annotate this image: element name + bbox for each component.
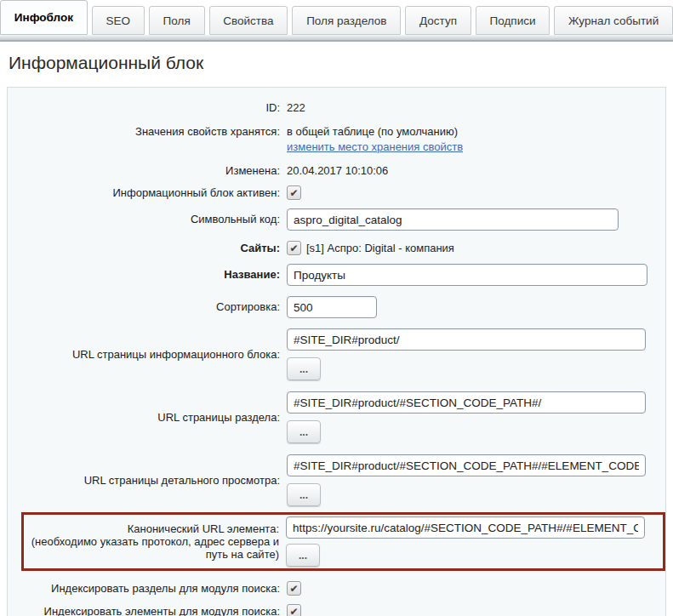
storage-label: Значения свойств хранятся: — [8, 125, 287, 139]
detail-url-browse-button[interactable]: ... — [287, 483, 321, 506]
list-url-browse-button[interactable]: ... — [287, 357, 321, 380]
name-input[interactable] — [287, 264, 647, 286]
tab-strip: Инфоблок SEO Поля Свойства Поля разделов… — [0, 0, 673, 35]
row-index-elements: Индексировать элементы для модуля поиска… — [8, 604, 665, 616]
check-icon: ✔ — [289, 188, 298, 198]
code-input[interactable] — [287, 208, 619, 231]
storage-value: в общей таблице (по умолчанию) — [287, 125, 665, 139]
list-url-label: URL страницы информационного блока: — [8, 348, 287, 362]
infoblock-form: ID: 222 Значения свойств хранятся: в общ… — [7, 87, 666, 616]
row-code: Символьный код: — [8, 208, 665, 231]
row-list-url: URL страницы информационного блока: ... — [8, 328, 665, 380]
sort-input[interactable] — [287, 296, 377, 318]
tab-properties[interactable]: Свойства — [209, 6, 288, 35]
row-sites: Сайты: ✔ [s1] Аспро: Digital - компания — [8, 241, 665, 255]
tab-section-fields[interactable]: Поля разделов — [292, 6, 401, 35]
row-modified: Изменена: 20.04.2017 10:10:06 — [8, 164, 665, 178]
row-sort: Сортировка: — [8, 296, 665, 318]
row-id: ID: 222 — [8, 101, 665, 115]
index-elements-label: Индексировать элементы для модуля поиска… — [8, 605, 287, 616]
tab-fields[interactable]: Поля — [149, 6, 205, 35]
tab-seo[interactable]: SEO — [92, 6, 145, 35]
section-url-label: URL страницы раздела: — [8, 411, 287, 425]
page-title: Информационный блок — [9, 53, 673, 73]
id-label: ID: — [8, 101, 287, 115]
check-icon: ✔ — [289, 584, 298, 594]
modified-value: 20.04.2017 10:10:06 — [287, 164, 665, 178]
active-checkbox[interactable]: ✔ — [287, 185, 301, 200]
site-s1-checkbox[interactable]: ✔ — [287, 241, 301, 255]
change-storage-link[interactable]: изменить место хранения свойств — [287, 140, 463, 153]
index-sections-label: Индексировать разделы для модуля поиска: — [8, 582, 287, 596]
detail-url-label: URL страницы детального просмотра: — [8, 474, 287, 488]
name-label: Название: — [8, 268, 287, 282]
row-name: Название: — [8, 264, 665, 286]
section-url-input[interactable] — [287, 391, 646, 414]
canonical-url-browse-button[interactable]: ... — [286, 544, 320, 567]
canonical-url-label: Канонический URL элемента: (необходимо у… — [29, 522, 286, 561]
code-label: Символьный код: — [8, 213, 287, 226]
tab-event-log[interactable]: Журнал событий — [554, 6, 673, 35]
tab-access[interactable]: Доступ — [405, 6, 471, 35]
modified-label: Изменена: — [8, 164, 287, 178]
tab-bar: Инфоблок SEO Поля Свойства Поля разделов… — [0, 0, 673, 42]
index-elements-checkbox[interactable]: ✔ — [287, 604, 301, 616]
site-s1-label: [s1] Аспро: Digital - компания — [306, 241, 454, 255]
check-icon: ✔ — [289, 607, 298, 616]
row-index-sections: Индексировать разделы для модуля поиска:… — [8, 581, 665, 596]
sort-label: Сортировка: — [8, 300, 287, 314]
tab-captions[interactable]: Подписи — [476, 6, 550, 35]
index-sections-checkbox[interactable]: ✔ — [287, 581, 301, 596]
canonical-url-input[interactable] — [286, 516, 645, 539]
row-storage: Значения свойств хранятся: в общей табли… — [8, 125, 665, 154]
detail-url-input[interactable] — [287, 454, 646, 476]
section-url-browse-button[interactable]: ... — [287, 420, 321, 443]
canonical-url-highlight-box: Канонический URL элемента: (необходимо у… — [21, 512, 665, 571]
tab-bar-divider — [0, 35, 673, 42]
check-icon: ✔ — [289, 243, 298, 254]
id-value: 222 — [287, 101, 665, 115]
row-active: Информационный блок активен: ✔ — [8, 185, 665, 200]
active-label: Информационный блок активен: — [8, 186, 287, 200]
list-url-input[interactable] — [287, 328, 646, 351]
row-detail-url: URL страницы детального просмотра: ... — [8, 454, 665, 506]
tab-infoblock[interactable]: Инфоблок — [0, 0, 88, 35]
sites-label: Сайты: — [8, 242, 287, 255]
row-section-url: URL страницы раздела: ... — [8, 391, 665, 443]
